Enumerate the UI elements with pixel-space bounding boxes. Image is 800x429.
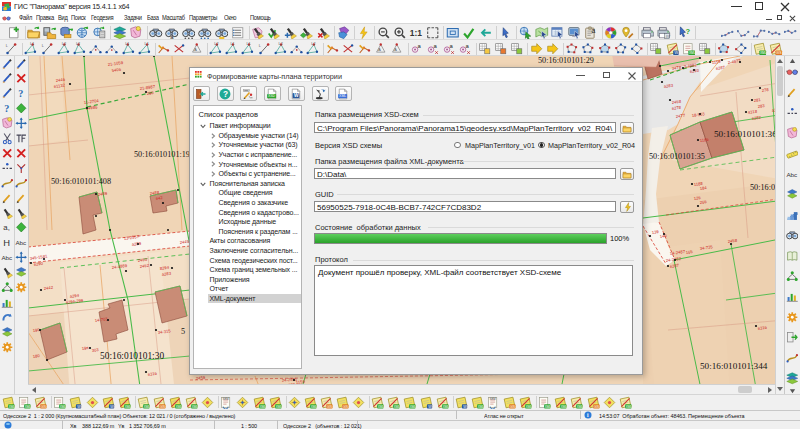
svg-text:XML: XML	[577, 404, 583, 408]
svg-text:XML: XML	[760, 51, 767, 55]
svg-text:XML: XML	[545, 404, 551, 408]
svg-text:GIS: GIS	[327, 404, 332, 408]
svg-text:50:16:010101:29: 50:16:010101:29	[538, 56, 594, 65]
svg-text:L2: L2	[312, 42, 316, 46]
svg-text:A: A	[194, 48, 197, 52]
svg-text:?: ?	[18, 88, 23, 99]
svg-text:L2: L2	[76, 42, 80, 46]
svg-text:50:16:010101:35: 50:16:010101:35	[649, 152, 705, 161]
svg-text:Abc: Abc	[786, 171, 797, 178]
svg-text:50:16:010101:344: 50:16:010101:344	[700, 361, 768, 371]
svg-text:GIS: GIS	[776, 51, 782, 55]
svg-text:a: a	[434, 43, 438, 49]
svg-text:XML: XML	[410, 404, 416, 408]
svg-text:GIS: GIS	[343, 404, 348, 408]
svg-text:W: W	[463, 404, 467, 408]
svg-text:XML: XML	[310, 404, 316, 408]
svg-text:50:16:010101:19: 50:16:010101:19	[134, 150, 190, 159]
svg-text:A: A	[395, 48, 398, 52]
svg-text:?: ?	[4, 103, 9, 114]
svg-text:XSD: XSD	[268, 94, 276, 98]
svg-text:XML: XML	[689, 51, 696, 55]
svg-text:XML: XML	[477, 404, 483, 408]
svg-text:XML: XML	[192, 404, 198, 408]
svg-text:1:1: 1:1	[410, 28, 422, 38]
svg-text:GIS: GIS	[510, 404, 515, 408]
svg-text:XML: XML	[378, 404, 384, 408]
svg-text:L: L	[6, 44, 8, 48]
svg-text:283: 283	[757, 103, 765, 109]
svg-text:L1: L1	[125, 42, 129, 46]
svg-text:290: 290	[146, 90, 154, 96]
svg-text:XML: XML	[124, 404, 130, 408]
svg-text:XML: XML	[442, 404, 448, 408]
svg-text:a: a	[592, 26, 596, 33]
svg-text:?: ?	[223, 90, 228, 99]
svg-text:303: 303	[91, 347, 99, 353]
svg-text:XML: XML	[561, 404, 567, 408]
svg-text:a: a	[466, 43, 470, 49]
svg-text:50:16:010101:408: 50:16:010101:408	[51, 177, 111, 186]
svg-text:W: W	[428, 404, 432, 408]
svg-text:XML: XML	[143, 404, 149, 408]
svg-text:L1: L1	[247, 42, 251, 46]
svg-text:XML: XML	[275, 404, 281, 408]
svg-text:##: ##	[665, 33, 670, 38]
svg-text:L1: L1	[30, 42, 34, 46]
svg-text:GIS: GIS	[160, 404, 165, 408]
svg-text:XML: XML	[625, 404, 631, 408]
svg-text:XML: XML	[259, 404, 265, 408]
svg-text:L1: L1	[231, 42, 235, 46]
svg-text:SEM: SEM	[223, 396, 230, 400]
svg-text:XSD: XSD	[244, 89, 249, 91]
svg-text:L: L	[258, 44, 260, 48]
svg-text:W: W	[110, 404, 114, 408]
svg-text:165: 165	[685, 249, 693, 255]
svg-text:a: a	[450, 43, 454, 49]
svg-text:50:16:0: 50:16:0	[750, 183, 775, 192]
svg-text:L2: L2	[214, 42, 218, 46]
svg-text:SEM: SEM	[489, 396, 496, 400]
svg-text:266: 266	[699, 199, 707, 205]
svg-text:Abc: Abc	[1, 255, 12, 262]
svg-text:a: a	[417, 43, 421, 49]
svg-text:184: 184	[699, 185, 707, 191]
svg-text:a,: a,	[3, 224, 10, 233]
svg-text:XML: XML	[176, 404, 182, 408]
svg-text:L2: L2	[278, 42, 282, 46]
svg-text:L2: L2	[62, 42, 66, 46]
svg-text:?: ?	[685, 26, 690, 35]
svg-text:XML: XML	[526, 404, 532, 408]
svg-text:278: 278	[761, 87, 769, 93]
svg-text:5: 5	[181, 327, 185, 336]
svg-text:H: H	[3, 238, 10, 248]
svg-text:XML: XML	[25, 404, 31, 408]
svg-text:XML: XML	[339, 94, 346, 98]
svg-text:W: W	[78, 404, 82, 408]
svg-text:2459: 2459	[196, 375, 206, 381]
svg-text:W: W	[674, 51, 678, 55]
svg-text:XML: XML	[60, 404, 66, 408]
svg-text:50:16:010101:36: 50:16:010101:36	[714, 129, 777, 139]
svg-text:XML: XML	[9, 404, 15, 408]
svg-text:50:16:010101:30: 50:16:010101:30	[100, 351, 164, 361]
svg-text:XML: XML	[394, 404, 400, 408]
svg-text:Abc: Abc	[15, 240, 26, 247]
svg-text:L1: L1	[144, 42, 148, 46]
svg-text:A: A	[378, 48, 381, 52]
svg-text:L: L	[41, 44, 43, 48]
svg-text:GIS: GIS	[41, 404, 46, 408]
svg-text:W: W	[294, 93, 299, 98]
svg-text:180: 180	[32, 353, 40, 359]
svg-text:281: 281	[753, 97, 761, 103]
svg-text:GIS: GIS	[593, 404, 598, 408]
